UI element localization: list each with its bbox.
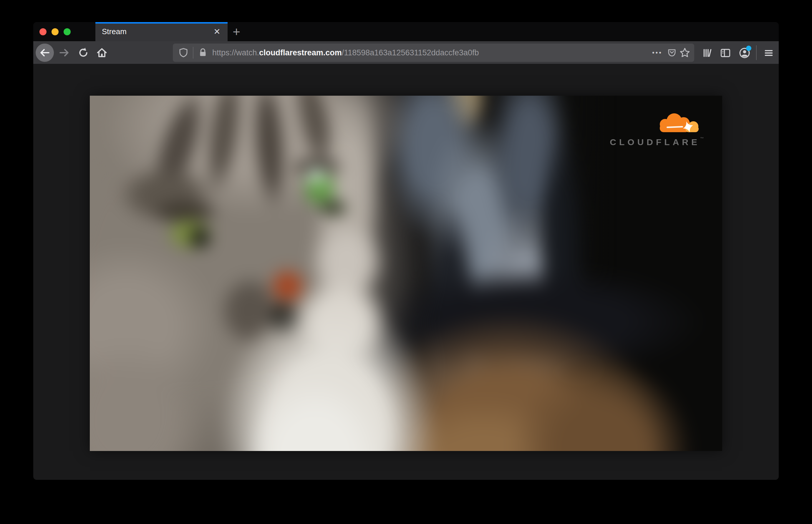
- cloudflare-wordmark: CLOUDFLARE™: [607, 136, 704, 147]
- account-notification-badge: [746, 46, 751, 51]
- library-books-icon: [702, 47, 713, 59]
- account-person-icon: [738, 47, 751, 59]
- arrow-right-icon: [59, 47, 70, 58]
- sidebar-panel-icon: [719, 47, 731, 59]
- bookmark-star-icon[interactable]: [678, 46, 691, 59]
- reload-button[interactable]: [77, 47, 90, 59]
- home-icon: [96, 47, 108, 59]
- library-button[interactable]: [701, 47, 714, 60]
- tab-stream[interactable]: Stream ✕: [95, 22, 228, 41]
- hamburger-icon: [763, 47, 775, 59]
- url-scheme-host: https://watch.: [212, 48, 259, 57]
- browser-window: Stream ✕ +: [33, 22, 779, 480]
- url-path: /118598a163a125631152ddaccfe3a0fb: [342, 48, 479, 57]
- reload-icon: [78, 47, 89, 58]
- page-actions-icon[interactable]: •••: [649, 49, 665, 56]
- tab-title: Stream: [102, 27, 211, 36]
- forward-button[interactable]: [58, 47, 70, 59]
- tab-close-icon[interactable]: ✕: [211, 26, 223, 38]
- video-player[interactable]: CLOUDFLARE™: [90, 96, 722, 451]
- arrow-left-icon: [39, 47, 50, 58]
- minimize-window-button[interactable]: [51, 28, 59, 35]
- video-art: [90, 96, 722, 451]
- url-domain: cloudflarestream.com: [259, 48, 342, 57]
- navigation-toolbar: https://watch.cloudflarestream.com/11859…: [33, 41, 779, 64]
- cloudflare-logo: CLOUDFLARE™: [607, 112, 704, 147]
- tab-bar: Stream ✕ +: [33, 22, 779, 41]
- zoom-window-button[interactable]: [64, 28, 71, 35]
- pocket-icon[interactable]: [665, 46, 678, 59]
- sidebar-toggle-button[interactable]: [719, 47, 732, 60]
- trademark-symbol: ™: [700, 136, 704, 141]
- home-button[interactable]: [96, 47, 108, 59]
- back-button[interactable]: [36, 44, 54, 62]
- tracking-protection-shield-icon[interactable]: [177, 46, 190, 59]
- toolbar-separator: [756, 45, 757, 60]
- padlock-icon[interactable]: [196, 46, 209, 59]
- menu-button[interactable]: [762, 47, 775, 60]
- page-content: CLOUDFLARE™: [33, 64, 779, 480]
- cloudflare-cloud-icon: [655, 112, 704, 133]
- url-bar[interactable]: https://watch.cloudflarestream.com/11859…: [173, 44, 694, 62]
- urlbar-divider: [193, 47, 193, 59]
- new-tab-button[interactable]: +: [229, 25, 243, 39]
- close-window-button[interactable]: [39, 28, 47, 35]
- account-button[interactable]: [738, 47, 751, 60]
- url-text[interactable]: https://watch.cloudflarestream.com/11859…: [212, 48, 649, 58]
